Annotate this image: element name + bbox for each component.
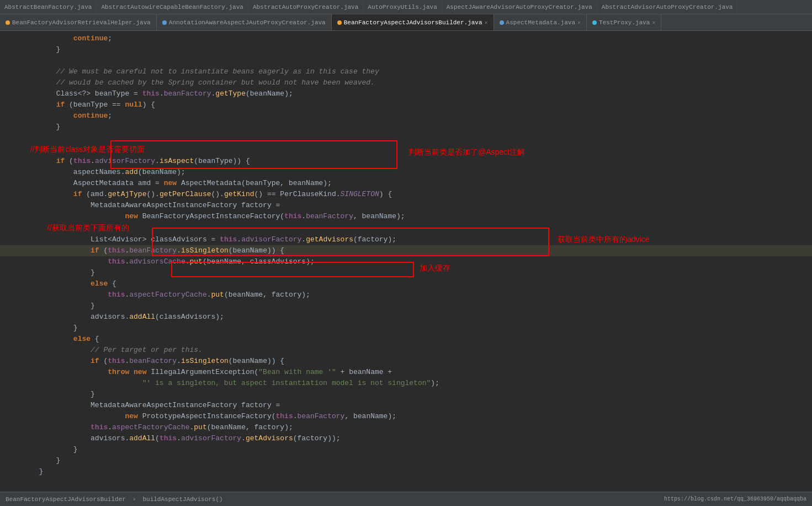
code-line: MetadataAwareAspectInstanceFactory facto… xyxy=(0,400,812,411)
code-line: new PrototypeAspectInstanceFactory(this.… xyxy=(0,411,812,422)
code-line: Class<?> beanType = this.beanFactory.get… xyxy=(0,88,812,99)
code-line xyxy=(0,55,812,66)
tab-dot xyxy=(500,20,504,25)
tab-aspectjaware[interactable]: AspectJAwareAdvisorAutoProxyCreator.java xyxy=(442,0,597,14)
code-line: "' is a singleton, but aspect instantiat… xyxy=(0,378,812,389)
tab-label: AspectJAwareAdvisorAutoProxyCreator.java xyxy=(447,4,592,10)
code-line: AspectMetadata amd = new AspectMetadata(… xyxy=(0,178,812,189)
code-line: List<Advisor> classAdvisors = this.advis… xyxy=(0,234,812,245)
tab-testproxy[interactable]: TestProxy.java ✕ xyxy=(587,14,661,31)
code-line: } xyxy=(0,389,812,400)
code-line: } xyxy=(0,301,812,312)
tab-beanfactoryadvisor[interactable]: BeanFactoryAdvisorRetrievalHelper.java xyxy=(0,14,157,31)
code-line: } xyxy=(0,323,812,334)
close-icon[interactable]: ✕ xyxy=(577,19,581,26)
tab-label: TestProxy.java xyxy=(599,19,650,26)
code-line: //判断当前class对象是否需要切面 xyxy=(0,144,812,156)
tab-abstractbeanfactory[interactable]: AbstractBeanFactory.java xyxy=(0,0,97,14)
tab-abstractadvisor[interactable]: AbstractAdvisorAutoProxyCreator.java xyxy=(597,0,738,14)
tab-dot xyxy=(592,20,597,25)
tab-label: AbstractAutowireCapableBeanFactory.java xyxy=(101,4,243,10)
tab-label: BeanFactoryAdvisorRetrievalHelper.java xyxy=(12,19,151,26)
tab-label: AnnotationAwareAspectJAutoProxyCreator.j… xyxy=(169,19,326,26)
tab-bar-bottom: BeanFactoryAdvisorRetrievalHelper.java A… xyxy=(0,14,812,31)
tab-bar-top: AbstractBeanFactory.java AbstractAutowir… xyxy=(0,0,812,14)
code-line: advisors.addAll(classAdvisors); xyxy=(0,312,812,323)
tab-autoproxyutils[interactable]: AutoProxyUtils.java xyxy=(363,0,442,14)
tab-abstractautowire[interactable]: AbstractAutowireCapableBeanFactory.java xyxy=(97,0,248,14)
code-line xyxy=(0,133,812,144)
status-class: BeanFactoryAspectJAdvisorsBuilder xyxy=(6,496,126,503)
code-line: continue; xyxy=(0,110,812,122)
status-left: BeanFactoryAspectJAdvisorsBuilder › buil… xyxy=(6,496,223,503)
code-line: else { xyxy=(0,278,812,289)
tab-abstractautoproxy[interactable]: AbstractAutoProxyCreator.java xyxy=(248,0,363,14)
tab-label: AbstractAdvisorAutoProxyCreator.java xyxy=(602,4,733,10)
code-line: else { xyxy=(0,334,812,345)
tab-label: AutoProxyUtils.java xyxy=(368,4,437,10)
code-line: } xyxy=(0,44,812,55)
code-line: } xyxy=(0,466,812,477)
code-line: // would be cached by the Spring contain… xyxy=(0,77,812,88)
code-editor[interactable]: 判断当前类是否加了@Aspect注解 获取当前类中所有的advice 加入缓存 … xyxy=(0,31,812,492)
code-line: if (beanType == null) { xyxy=(0,99,812,110)
code-line: if (this.beanFactory.isSingleton(beanNam… xyxy=(0,356,812,367)
annotation-label-3: 加入缓存 xyxy=(420,263,450,273)
tab-label: AspectMetadata.java xyxy=(506,19,575,26)
code-line: this.aspectFactoryCache.put(beanName, fa… xyxy=(0,422,812,433)
tab-annotationaware[interactable]: AnnotationAwareAspectJAutoProxyCreator.j… xyxy=(157,14,332,31)
tab-label: AbstractBeanFactory.java xyxy=(4,4,92,10)
status-method: buildAspectJAdvisors() xyxy=(142,496,222,503)
code-line: advisors.addAll(this.advisorFactory.getA… xyxy=(0,433,812,444)
code-line: } xyxy=(0,267,812,278)
tab-label: BeanFactoryAspectJAdvisorsBuilder.java xyxy=(344,19,482,26)
status-bar: BeanFactoryAspectJAdvisorsBuilder › buil… xyxy=(0,492,812,506)
code-line: // Per target or per this. xyxy=(0,345,812,356)
annotation-label-1: 判断当前类是否加了@Aspect注解 xyxy=(408,147,525,157)
code-line: new BeanFactoryAspectInstanceFactory(thi… xyxy=(0,211,812,222)
code-line: if (amd.getAjType().getPerClause().getKi… xyxy=(0,189,812,200)
tab-dot xyxy=(162,20,167,25)
tab-beanfactoryaspectj[interactable]: BeanFactoryAspectJAdvisorsBuilder.java ✕ xyxy=(332,14,494,31)
code-line: continue; xyxy=(0,33,812,44)
code-line: this.aspectFactoryCache.put(beanName, fa… xyxy=(0,289,812,301)
code-line: //获取当前类下面所有的 xyxy=(0,222,812,234)
code-line: aspectNames.add(beanName); xyxy=(0,167,812,178)
code-line: } xyxy=(0,455,812,466)
code-line: } xyxy=(0,122,812,133)
status-url: https://blog.csdn.net/qq_36963950/aqqbaq… xyxy=(664,496,806,502)
close-icon[interactable]: ✕ xyxy=(652,19,655,26)
code-line: if (this.advisorFactory.isAspect(beanTyp… xyxy=(0,156,812,167)
code-line: // We must be careful not to instantiate… xyxy=(0,66,812,77)
tab-dot xyxy=(6,20,10,25)
code-line: MetadataAwareAspectInstanceFactory facto… xyxy=(0,200,812,211)
code-line: } xyxy=(0,444,812,455)
tab-aspectmetadata[interactable]: AspectMetadata.java ✕ xyxy=(494,14,587,31)
code-line: this.advisorsCache.put(beanName, classAd… xyxy=(0,256,812,267)
tab-dot xyxy=(337,20,342,25)
code-line: throw new IllegalArgumentException("Bean… xyxy=(0,367,812,378)
tab-label: AbstractAutoProxyCreator.java xyxy=(253,4,358,10)
status-separator: › xyxy=(132,496,136,503)
code-line: if (this.beanFactory.isSingleton(beanNam… xyxy=(0,245,812,256)
close-icon[interactable]: ✕ xyxy=(485,19,488,26)
annotation-label-2: 获取当前类中所有的advice xyxy=(558,234,649,245)
